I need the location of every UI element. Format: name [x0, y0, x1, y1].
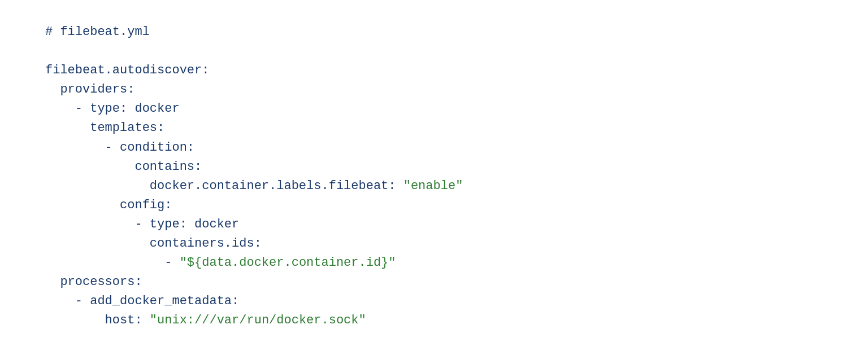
- code-line: providers:: [45, 80, 823, 99]
- code-line: - type: docker: [45, 215, 823, 234]
- code-token: "${data.docker.container.id}": [180, 256, 396, 270]
- code-token: type:: [90, 102, 127, 116]
- code-line: - condition:: [45, 138, 823, 157]
- code-line: contains:: [45, 157, 823, 177]
- code-token: providers:: [45, 82, 134, 97]
- code-line: host: "unix:///var/run/docker.sock": [45, 311, 823, 330]
- code-token: filebeat.autodiscover:: [45, 63, 209, 77]
- code-token: docker: [127, 102, 179, 116]
- code-token: contains:: [45, 160, 202, 174]
- code-token: templates:: [45, 121, 164, 135]
- code-token: containers.ids:: [45, 236, 262, 251]
- code-token: -: [45, 256, 180, 270]
- code-token: "unix:///var/run/docker.sock": [142, 313, 366, 327]
- code-block: # filebeat.yml filebeat.autodiscover: pr…: [0, 0, 868, 355]
- code-token: -: [45, 217, 150, 231]
- code-token: condition:: [120, 141, 194, 155]
- code-line: - type: docker: [45, 99, 823, 119]
- code-line: - add_docker_metadata:: [45, 292, 823, 311]
- code-line: processors:: [45, 273, 823, 292]
- code-line: - "${data.docker.container.id}": [45, 253, 823, 273]
- code-token: -: [45, 294, 90, 308]
- code-token: -: [45, 102, 90, 116]
- code-line: # filebeat.yml: [45, 23, 823, 42]
- code-token: type:: [150, 217, 187, 231]
- code-line: docker.container.labels.filebeat: "enabl…: [45, 177, 823, 196]
- code-token: config:: [45, 198, 172, 212]
- code-line: containers.ids:: [45, 234, 823, 253]
- code-token: host:: [45, 313, 142, 327]
- code-token: # filebeat.yml: [45, 25, 150, 39]
- code-line: config:: [45, 196, 823, 215]
- code-token: add_docker_metadata:: [90, 294, 239, 308]
- code-token: processors:: [45, 275, 142, 289]
- code-token: docker.container.labels.filebeat:: [45, 179, 396, 193]
- code-line: filebeat.autodiscover:: [45, 61, 823, 80]
- code-token: "enable": [396, 179, 463, 193]
- code-line: [45, 42, 823, 61]
- code-token: -: [45, 141, 120, 155]
- code-line: templates:: [45, 119, 823, 138]
- code-token: docker: [187, 217, 239, 231]
